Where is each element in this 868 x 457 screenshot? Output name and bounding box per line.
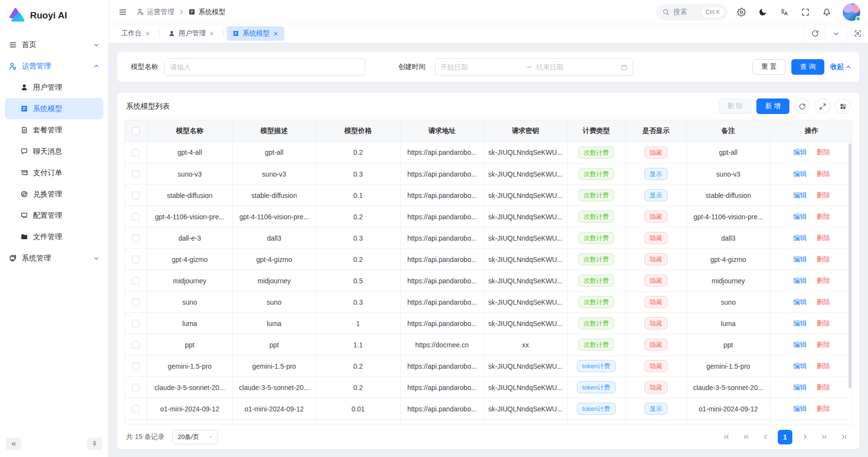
row-checkbox[interactable] xyxy=(132,298,140,306)
edit-link[interactable]: 编辑 xyxy=(793,319,807,327)
first-page-button[interactable] xyxy=(720,430,733,444)
collapse-sidebar-button[interactable] xyxy=(115,5,130,19)
row-checkbox-cell xyxy=(125,313,147,334)
sidebar-item-system[interactable]: 系统管理 xyxy=(5,247,103,269)
sidebar-subitem-chat[interactable]: 聊天消息 xyxy=(5,141,103,162)
delete-link[interactable]: 删除 xyxy=(817,234,830,242)
fullscreen-button[interactable] xyxy=(798,5,813,19)
delete-link[interactable]: 删除 xyxy=(817,319,830,327)
cell-model-price: 0.2 xyxy=(316,206,400,228)
row-checkbox[interactable] xyxy=(132,277,140,285)
model-name-input[interactable] xyxy=(164,58,365,76)
row-checkbox[interactable] xyxy=(132,192,140,199)
delete-link[interactable]: 删除 xyxy=(817,148,830,156)
global-search[interactable]: 搜索 Ctrl K xyxy=(656,4,727,20)
row-checkbox[interactable] xyxy=(132,320,140,327)
edit-link[interactable]: 编辑 xyxy=(793,277,807,284)
theme-toggle-button[interactable] xyxy=(755,5,770,19)
select-all-checkbox[interactable] xyxy=(132,127,140,135)
row-checkbox[interactable] xyxy=(132,405,140,413)
cell-request-key: sk-JIUQLNndqSeKWU... xyxy=(484,142,567,163)
breadcrumb-system-model[interactable]: 系统模型 xyxy=(188,8,226,16)
row-checkbox[interactable] xyxy=(132,149,140,157)
sidebar-subitem-user[interactable]: 用户管理 xyxy=(5,77,103,98)
content-fullscreen-button[interactable] xyxy=(847,24,868,43)
current-page-button[interactable]: 1 xyxy=(778,430,792,444)
delete-link[interactable]: 删除 xyxy=(817,191,830,199)
row-checkbox[interactable] xyxy=(132,341,140,349)
page-size-select[interactable]: 20条/页 xyxy=(172,430,218,444)
query-button[interactable]: 查 询 xyxy=(791,59,824,75)
sidebar-item-home[interactable]: 首页 xyxy=(5,34,103,55)
row-checkbox[interactable] xyxy=(132,170,140,178)
column-settings-button[interactable] xyxy=(835,98,851,114)
delete-link[interactable]: 删除 xyxy=(817,362,830,370)
sidebar-subitem-folder[interactable]: 文件管理 xyxy=(5,226,103,247)
sidebar-subitem-doc[interactable]: 套餐管理 xyxy=(5,119,103,141)
table-fullscreen-button[interactable] xyxy=(815,98,830,114)
user-avatar[interactable] xyxy=(843,3,860,21)
edit-link[interactable]: 编辑 xyxy=(793,212,807,220)
edit-link[interactable]: 编辑 xyxy=(793,255,807,263)
delete-link[interactable]: 删除 xyxy=(817,277,830,284)
delete-link[interactable]: 删除 xyxy=(817,255,830,263)
add-button[interactable]: 新 增 xyxy=(756,98,789,114)
tab-workbench[interactable]: 工作台 xyxy=(115,26,156,41)
row-checkbox[interactable] xyxy=(132,213,140,221)
next-page-button[interactable] xyxy=(798,430,812,444)
sidebar-subitem-config[interactable]: 配置管理 xyxy=(5,205,103,226)
sidebar-subitem-list[interactable]: 系统模型 xyxy=(5,98,103,119)
sidebar-subitem-exchange[interactable]: 兑换管理 xyxy=(5,183,103,205)
close-icon[interactable] xyxy=(209,31,214,36)
folder-icon xyxy=(20,233,28,241)
close-icon[interactable] xyxy=(273,31,278,36)
edit-link[interactable]: 编辑 xyxy=(793,148,807,156)
sidebar-subitem-card[interactable]: 支付订单 xyxy=(5,162,103,183)
brand[interactable]: Ruoyi AI xyxy=(0,0,108,31)
reset-button[interactable]: 重 置 xyxy=(753,59,786,75)
settings-button[interactable] xyxy=(734,5,749,19)
collapse-filter-link[interactable]: 收起 xyxy=(830,63,852,71)
sidebar-collapse-button[interactable] xyxy=(6,438,21,450)
sidebar-pin-button[interactable] xyxy=(87,438,102,450)
edit-link[interactable]: 编辑 xyxy=(793,298,807,306)
breadcrumb-operations[interactable]: 运营管理 xyxy=(137,8,174,16)
edit-link[interactable]: 编辑 xyxy=(793,362,807,370)
delete-link[interactable]: 删除 xyxy=(817,170,830,178)
edit-link[interactable]: 编辑 xyxy=(793,405,807,412)
language-button[interactable] xyxy=(777,5,791,19)
jump-forward-button[interactable] xyxy=(818,430,831,444)
edit-link[interactable]: 编辑 xyxy=(793,383,807,391)
sidebar-item-operations[interactable]: 运营管理 xyxy=(5,55,103,77)
tab-system-model[interactable]: 系统模型 xyxy=(227,26,284,41)
close-icon[interactable] xyxy=(145,31,150,36)
sidebar: Ruoyi AI 首页 运营管理 用户管理 系统模型 套餐管理 聊天消息 xyxy=(0,0,109,457)
prev-page-button[interactable] xyxy=(758,430,772,444)
table-scrollbar[interactable] xyxy=(849,143,852,389)
row-checkbox[interactable] xyxy=(132,234,140,242)
jump-back-button[interactable] xyxy=(739,430,753,444)
start-date-input[interactable] xyxy=(441,63,521,71)
date-range-picker[interactable] xyxy=(435,58,633,76)
tab-menu-button[interactable] xyxy=(825,24,847,43)
refresh-page-button[interactable] xyxy=(804,24,825,43)
edit-link[interactable]: 编辑 xyxy=(793,341,807,348)
refresh-table-button[interactable] xyxy=(794,98,810,114)
delete-link[interactable]: 删除 xyxy=(817,383,830,391)
last-page-button[interactable] xyxy=(837,430,851,444)
delete-link[interactable]: 删除 xyxy=(817,405,830,412)
delete-link[interactable]: 删除 xyxy=(817,212,830,220)
end-date-input[interactable] xyxy=(536,63,617,71)
row-checkbox[interactable] xyxy=(132,256,140,263)
delete-link[interactable]: 删除 xyxy=(817,298,830,306)
row-checkbox[interactable] xyxy=(132,362,140,370)
tab-user-management[interactable]: 用户管理 xyxy=(163,26,220,41)
edit-link[interactable]: 编辑 xyxy=(793,191,807,199)
edit-link[interactable]: 编辑 xyxy=(793,234,807,242)
row-checkbox[interactable] xyxy=(132,384,140,392)
edit-link[interactable]: 编辑 xyxy=(793,170,807,178)
delete-link[interactable]: 删除 xyxy=(817,341,830,348)
notifications-button[interactable] xyxy=(819,5,834,19)
delete-button[interactable]: 删 除 xyxy=(719,98,752,114)
cell-model-price: 0.3 xyxy=(316,163,400,185)
